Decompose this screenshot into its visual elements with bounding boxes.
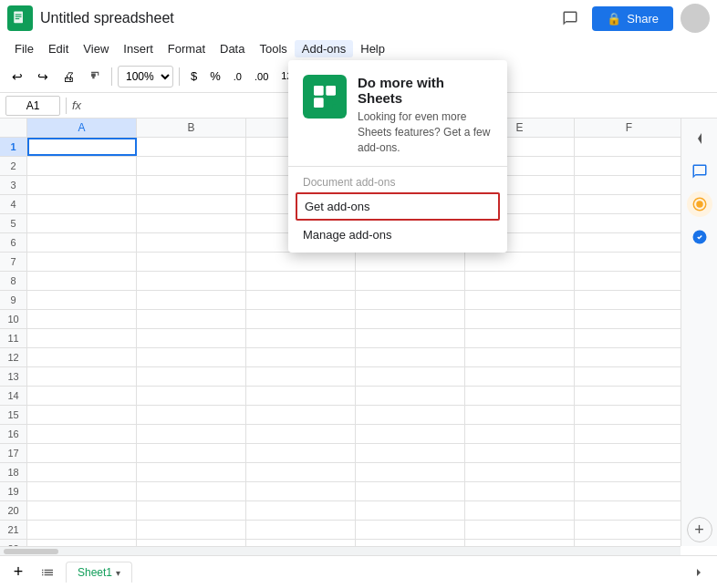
col-header-B[interactable]: B [137,119,246,137]
horizontal-scrollbar[interactable] [0,546,681,555]
bottom-bar: + Sheet1 ▾ [0,555,717,588]
dropdown-header: Do more with Sheets Looking for even mor… [288,60,507,167]
menu-file[interactable]: File [7,40,41,57]
menu-addons[interactable]: Add-ons [295,40,353,57]
user-avatar[interactable] [681,4,710,33]
menu-insert[interactable]: Insert [116,40,161,57]
paint-format-button[interactable] [82,65,106,88]
sheet-list-button[interactable] [36,562,58,583]
dropdown-title: Do more with Sheets [358,75,493,106]
toolbar-divider-2 [179,67,180,86]
sidebar-collapse-button[interactable] [687,126,712,151]
cell-B1[interactable] [137,138,246,156]
top-right-actions: 🔒 Share [556,4,710,33]
row-num-1: 1 [0,138,27,156]
sidebar-add-button[interactable]: + [687,517,712,542]
svg-rect-1 [16,15,22,15]
cell-A1[interactable] [27,138,137,156]
svg-rect-2 [16,16,22,17]
table-row: 22 [0,540,681,546]
row-num-3: 3 [0,176,27,194]
cell-F1[interactable] [575,138,681,156]
fx-label: fx [72,98,81,112]
menu-help[interactable]: Help [353,40,392,57]
sidebar-chat-icon[interactable] [687,159,712,184]
decimal-less-button[interactable]: .0 [228,66,247,88]
svg-rect-3 [16,18,20,19]
formula-divider [66,98,67,114]
share-label: Share [627,12,659,26]
percent-button[interactable]: % [204,66,226,88]
document-title[interactable]: Untitled spreadsheet [40,10,548,26]
share-button[interactable]: 🔒 Share [592,6,673,31]
manage-addons-item[interactable]: Manage add-ons [288,221,507,249]
toolbar-divider-1 [111,67,112,86]
table-row: 21 [0,521,681,540]
col-header-F[interactable]: F [575,119,681,137]
menu-edit[interactable]: Edit [41,40,76,57]
table-row: 8 [0,272,681,291]
table-row: 18 [0,463,681,482]
table-row: 17 [0,444,681,463]
dropdown-text: Do more with Sheets Looking for even mor… [358,75,493,155]
sidebar-check-icon[interactable] [687,224,712,250]
addons-dropdown: Do more with Sheets Looking for even mor… [288,60,507,253]
table-row: 16 [0,425,681,444]
right-sidebar: + [681,119,717,546]
svg-rect-6 [326,86,336,96]
addon-icon [303,75,347,119]
get-addons-item[interactable]: Get add-ons [296,192,500,221]
sheet-nav-right-button[interactable] [688,562,710,583]
table-row: 15 [0,406,681,425]
redo-button[interactable]: ↪ [31,65,55,88]
table-row: 12 [0,348,681,367]
doc-addons-label: Document add-ons [288,167,507,192]
table-row: 13 [0,367,681,387]
table-row: 14 [0,387,681,406]
table-row: 20 [0,501,681,521]
table-row: 9 [0,291,681,310]
lock-icon: 🔒 [607,12,621,26]
comments-button[interactable] [556,4,585,33]
table-row: 10 [0,310,681,329]
decimal-more-button[interactable]: .00 [249,66,274,88]
menu-view[interactable]: View [76,40,116,57]
sidebar-explore-icon[interactable] [687,191,712,217]
currency-button[interactable]: $ [185,66,203,88]
menu-tools[interactable]: Tools [252,40,294,57]
cell-reference-input[interactable] [5,96,60,116]
sheets-logo [7,5,33,31]
print-button[interactable]: 🖨 [57,65,80,88]
table-row: 11 [0,329,681,348]
row-num-2: 2 [0,157,27,175]
sheet-tab-name: Sheet1 [78,566,112,579]
sheet-tab-1[interactable]: Sheet1 ▾ [66,562,132,583]
sheet-tab-chevron: ▾ [116,568,120,578]
svg-rect-7 [314,98,324,108]
dropdown-description: Looking for even more Sheets features? G… [358,109,493,155]
menu-bar: File Edit View Insert Format Data Tools … [0,36,717,60]
menu-format[interactable]: Format [161,40,213,57]
menu-data[interactable]: Data [213,40,252,57]
zoom-select[interactable]: 100% 75% 125% 150% [118,66,173,88]
top-bar: Untitled spreadsheet 🔒 Share [0,0,717,36]
row-num-header [0,119,27,137]
table-row: 19 [0,482,681,501]
col-header-A[interactable]: A [27,119,137,137]
table-row: 7 [0,253,681,272]
bottom-right-controls [688,562,710,583]
undo-button[interactable]: ↩ [5,65,29,88]
add-sheet-button[interactable]: + [7,562,29,583]
svg-rect-5 [314,86,324,96]
